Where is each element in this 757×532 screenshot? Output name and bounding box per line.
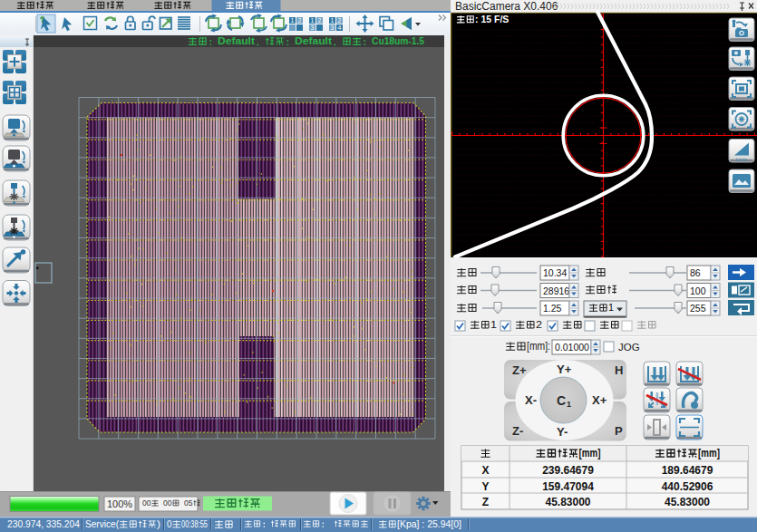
svg-text:0.01000: 0.01000 [555,342,589,353]
svg-text:InInIn: InInIn [736,157,748,162]
svg-text:1: 1 [311,17,315,24]
svg-text:Y: Y [481,480,489,493]
svg-text:[Kpa] : 25.94[0]: [Kpa] : 25.94[0] [397,518,461,529]
svg-text:X: X [481,464,489,477]
svg-text:10.34: 10.34 [543,267,567,278]
svg-text:00:38:55: 00:38:55 [181,518,208,529]
svg-text:1.25: 1.25 [543,303,562,314]
svg-text:239.64679: 239.64679 [542,464,594,477]
svg-text:1: 1 [567,400,571,409]
svg-text:C: C [557,393,566,408]
svg-text:230.974, 335.204: 230.974, 335.204 [7,518,80,529]
svg-text:45.83000: 45.83000 [665,496,710,508]
svg-text:3: 3 [311,24,315,31]
svg-text:H: H [615,363,623,377]
svg-text:05: 05 [184,498,193,508]
svg-text:Service(: Service( [85,518,119,529]
svg-text:1: 1 [490,319,497,330]
svg-text:3: 3 [331,24,335,31]
svg-text:100: 100 [690,285,706,296]
svg-text:00: 00 [163,498,172,508]
svg-text:2: 2 [298,17,302,24]
svg-text:BasicCamera X0.406: BasicCamera X0.406 [455,0,558,13]
svg-text:JOG: JOG [618,342,640,353]
svg-text:159.47094: 159.47094 [542,480,594,493]
svg-text:86: 86 [690,267,701,278]
svg-text:2: 2 [338,17,342,24]
svg-text:0: 0 [167,518,172,529]
svg-text:: 15 F/S: : 15 F/S [475,14,509,24]
svg-text:45.83000: 45.83000 [545,496,590,508]
svg-text:Default: Default [295,35,332,46]
svg-text:100%: 100% [107,498,132,509]
svg-text:1: 1 [291,17,295,24]
svg-text:Z: Z [482,496,489,508]
svg-text:Y+: Y+ [557,363,572,376]
svg-text:Default: Default [218,35,255,46]
svg-text:X-: X- [525,393,537,407]
svg-text:1: 1 [608,302,614,313]
svg-text:2: 2 [536,319,542,330]
svg-text:1: 1 [331,17,335,24]
svg-text:P: P [615,424,623,438]
svg-text:Cu18um-1.5: Cu18um-1.5 [372,35,424,46]
svg-text:X+: X+ [592,393,607,407]
svg-text:[mm]: [mm] [698,447,720,459]
svg-text:189.64679: 189.64679 [662,464,713,477]
svg-text:): ) [157,518,160,529]
svg-text:255: 255 [690,303,706,314]
svg-text:2: 2 [318,17,322,24]
svg-text:Z-: Z- [512,424,523,438]
svg-text:28916: 28916 [543,285,569,296]
svg-text:00: 00 [142,498,151,508]
svg-text:440.52906: 440.52906 [662,480,713,493]
svg-text:4: 4 [338,24,342,31]
svg-text:Y-: Y- [557,425,568,439]
svg-text:Z+: Z+ [512,363,527,377]
svg-text:[mm]: [mm] [579,447,601,459]
svg-text:[mm]:: [mm]: [527,340,550,353]
